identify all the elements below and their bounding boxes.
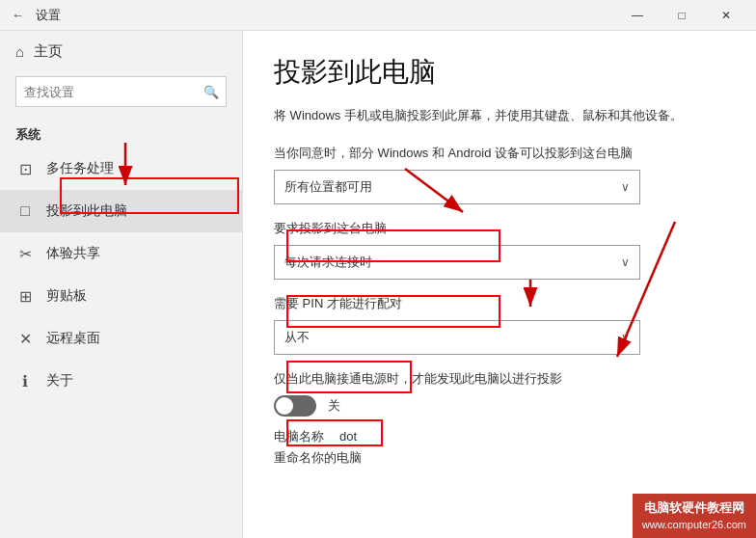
clipboard-icon: ⊞ xyxy=(15,287,35,306)
search-input[interactable] xyxy=(15,76,227,107)
home-icon: ⌂ xyxy=(15,43,24,60)
multitask-label: 多任务处理 xyxy=(46,160,114,177)
dropdown1[interactable]: 所有位置都可用 ∨ xyxy=(274,170,640,204)
section1-label: 当你同意时，部分 Windows 和 Android 设备可以投影到这台电脑 xyxy=(274,145,725,162)
sidebar-search: 🔍 xyxy=(15,76,227,107)
multitask-icon: ⊡ xyxy=(15,160,35,178)
sidebar-item-remote[interactable]: ✕ 远程桌面 xyxy=(0,317,242,360)
pc-name-label: 电脑名称 xyxy=(274,428,324,445)
section2-label: 要求投影到这台电脑 xyxy=(274,220,725,237)
pc-name-row: 电脑名称 dot xyxy=(274,428,725,445)
power-toggle[interactable] xyxy=(274,395,316,417)
remote-icon: ✕ xyxy=(15,330,35,348)
about-label: 关于 xyxy=(46,372,73,390)
clipboard-label: 剪贴板 xyxy=(46,287,87,305)
dropdown2-value: 每次请求连接时 xyxy=(284,254,372,271)
watermark: 电脑软硬件教程网 www.computer26.com xyxy=(633,494,756,538)
section4-label: 仅当此电脑接通电源时，才能发现此电脑以进行投影 xyxy=(274,370,725,388)
dropdown1-value: 所有位置都可用 xyxy=(284,178,372,196)
sidebar-item-experience[interactable]: ✂ 体验共享 xyxy=(0,232,242,275)
titlebar-controls: — □ ✕ xyxy=(615,0,748,31)
maximize-button[interactable]: □ xyxy=(660,0,704,31)
minimize-button[interactable]: — xyxy=(615,0,660,31)
titlebar: ← 设置 — □ ✕ xyxy=(0,0,756,31)
remote-label: 远程桌面 xyxy=(46,330,100,347)
close-button[interactable]: ✕ xyxy=(704,0,748,31)
titlebar-left: ← 设置 xyxy=(8,6,615,24)
section3-label: 需要 PIN 才能进行配对 xyxy=(274,295,725,312)
toggle-label: 关 xyxy=(328,397,340,415)
pc-name-value: dot xyxy=(339,429,357,444)
dropdown3[interactable]: 从不 ∨ xyxy=(274,320,640,355)
back-button[interactable]: ← xyxy=(8,6,28,24)
sidebar-item-about[interactable]: ℹ 关于 xyxy=(0,360,242,402)
rename-link[interactable]: 重命名你的电脑 xyxy=(274,449,725,467)
sidebar-item-clipboard[interactable]: ⊞ 剪贴板 xyxy=(0,275,242,317)
dropdown2-arrow: ∨ xyxy=(621,256,630,269)
page-title: 投影到此电脑 xyxy=(274,54,725,91)
dropdown1-arrow: ∨ xyxy=(621,180,630,194)
dropdown3-arrow: ∨ xyxy=(621,331,630,344)
project-icon: □ xyxy=(15,202,35,220)
dropdown3-value: 从不 xyxy=(284,329,310,346)
search-icon: 🔍 xyxy=(203,85,219,99)
main-layout: ⌂ 主页 🔍 系统 ⊡ 多任务处理 □ 投影到此电脑 ✂ 体验共享 ⊞ 剪贴板 … xyxy=(0,31,756,538)
experience-label: 体验共享 xyxy=(46,245,100,262)
sidebar-item-multitask[interactable]: ⊡ 多任务处理 xyxy=(0,148,242,190)
sidebar: ⌂ 主页 🔍 系统 ⊡ 多任务处理 □ 投影到此电脑 ✂ 体验共享 ⊞ 剪贴板 … xyxy=(0,31,243,538)
content-area: 投影到此电脑 将 Windows 手机或电脑投影到此屏幕，并使用其键盘、鼠标和其… xyxy=(243,31,756,538)
home-label: 主页 xyxy=(34,42,63,61)
experience-icon: ✂ xyxy=(15,245,35,263)
project-label: 投影到此电脑 xyxy=(46,202,127,220)
watermark-site-name: 电脑软硬件教程网 xyxy=(642,499,746,517)
about-icon: ℹ xyxy=(15,372,35,390)
toggle-row: 关 xyxy=(274,395,725,417)
dropdown2[interactable]: 每次请求连接时 ∨ xyxy=(274,245,640,280)
titlebar-title: 设置 xyxy=(36,7,61,24)
sidebar-home-button[interactable]: ⌂ 主页 xyxy=(0,31,242,72)
watermark-url: www.computer26.com xyxy=(642,518,746,532)
sidebar-section-title: 系统 xyxy=(0,119,242,148)
sidebar-item-project[interactable]: □ 投影到此电脑 xyxy=(0,190,242,232)
page-description: 将 Windows 手机或电脑投影到此屏幕，并使用其键盘、鼠标和其他设备。 xyxy=(274,106,725,125)
